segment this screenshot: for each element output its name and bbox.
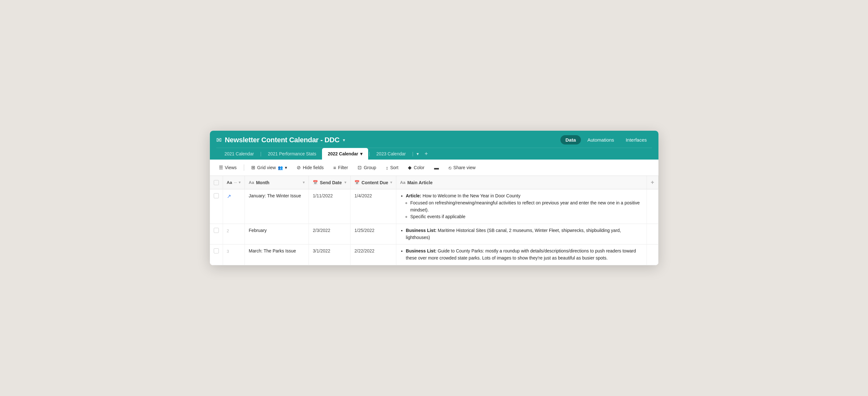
th-meta-chevron-icon[interactable]: ▾ [239, 180, 241, 185]
table-wrapper: Aa ··· ▾ Aa Month ▾ [210, 176, 658, 265]
sort-button[interactable]: ↕ Sort [382, 163, 402, 172]
tab-2021-calendar[interactable]: 2021 Calendar [219, 148, 260, 159]
group-button[interactable]: ⊡ Group [354, 163, 380, 172]
header-nav: Data Automations Interfaces [560, 135, 652, 145]
toolbar-separator-1 [244, 164, 244, 171]
row-1-expand-icon[interactable]: ↗ [227, 192, 231, 200]
grid-view-people-icon: 👥 [278, 165, 283, 170]
row-3-article-text: Guide to County Parks: mostly a roundup … [406, 248, 636, 261]
th-main-article: Aa Main Article [396, 176, 647, 189]
tab-separator-2: | [368, 151, 371, 156]
th-add-col[interactable]: + [647, 176, 658, 189]
row-2-send-date-cell[interactable]: 2/3/2022 [309, 224, 350, 244]
row-2-checkbox-cell [210, 224, 223, 244]
row-1-checkbox-cell [210, 189, 223, 224]
row-3-checkbox[interactable] [214, 248, 219, 253]
row-2-article-bold: Business List: [406, 228, 437, 233]
table-header-row: Aa ··· ▾ Aa Month ▾ [210, 176, 658, 189]
table-row: ↗ January: The Winter Issue 1/11/2022 1/… [210, 189, 658, 224]
share-view-button[interactable]: ⎋ Share view [445, 163, 479, 172]
data-table: Aa ··· ▾ Aa Month ▾ [210, 176, 658, 265]
color-button[interactable]: ◆ Color [404, 163, 428, 172]
content-due-col-icon: 📅 [354, 180, 360, 185]
row-2-article-content: Business List: Maritime Historical Sites… [400, 227, 643, 241]
tab-2023-calendar[interactable]: 2023 Calendar [371, 148, 412, 159]
select-all-checkbox[interactable] [214, 180, 219, 185]
table-row: 2 February 2/3/2022 1/25/2022 Business L… [210, 224, 658, 244]
tab-2022-calendar[interactable]: 2022 Calendar ▾ [322, 148, 368, 159]
header: ✉ Newsletter Content Calendar - DDC ▾ Da… [210, 131, 658, 159]
row-2-num-cell: 2 [223, 224, 245, 244]
title-chevron-icon[interactable]: ▾ [343, 138, 345, 143]
th-send-date: 📅 Send Date ▾ [309, 176, 350, 189]
th-meta-icon: Aa [227, 180, 232, 185]
app-window: ✉ Newsletter Content Calendar - DDC ▾ Da… [210, 131, 658, 265]
row-3-article-content: Business List: Guide to County Parks: mo… [400, 248, 643, 262]
row-3-num-cell: 3 [223, 244, 245, 265]
tab-separator-1: | [259, 151, 262, 156]
row-2-article-text: Maritime Historical Sites (SB canal, 2 m… [406, 228, 621, 240]
tab-add-button[interactable]: + [421, 149, 431, 159]
row-3-send-date-cell[interactable]: 3/1/2022 [309, 244, 350, 265]
app-title: Newsletter Content Calendar - DDC [225, 136, 340, 144]
send-date-sort-icon[interactable]: ▾ [344, 180, 346, 185]
density-button[interactable]: ▬ [430, 163, 443, 172]
tab-more-icon[interactable]: ▾ [414, 149, 421, 158]
send-date-col-icon: 📅 [313, 180, 318, 185]
row-3-extra-cell [647, 244, 658, 265]
table-row: 3 March: The Parks Issue 3/1/2022 2/22/2… [210, 244, 658, 265]
row-1-main-article-cell[interactable]: Article: How to Welcome In the New Year … [396, 189, 647, 224]
tab-separator-3: | [411, 151, 414, 156]
row-1-article-bold: Article: [406, 193, 421, 198]
views-icon: ☰ [219, 165, 223, 171]
nav-automations-button[interactable]: Automations [582, 135, 619, 145]
row-3-main-article-cell[interactable]: Business List: Guide to County Parks: mo… [396, 244, 647, 265]
row-3-month-cell[interactable]: March: The Parks Issue [245, 244, 309, 265]
row-2-content-due-cell[interactable]: 1/25/2022 [350, 224, 396, 244]
tab-chevron-icon: ▾ [360, 151, 362, 156]
row-1-content-due-cell[interactable]: 1/4/2022 [350, 189, 396, 224]
app-title-group: ✉ Newsletter Content Calendar - DDC ▾ [216, 136, 345, 144]
row-2-month-cell[interactable]: February [245, 224, 309, 244]
grid-view-button[interactable]: ⊞ Grid view 👥 ▾ [247, 163, 291, 172]
month-sort-icon[interactable]: ▾ [303, 180, 305, 185]
filter-icon: ≡ [333, 165, 336, 171]
grid-view-chevron-icon[interactable]: ▾ [285, 165, 287, 170]
color-icon: ◆ [408, 165, 412, 171]
row-2-extra-cell [647, 224, 658, 244]
th-checkbox [210, 176, 223, 189]
row-1-article-text: How to Welcome In the New Year in Door C… [421, 193, 520, 198]
row-3-article-bold: Business List: [406, 248, 437, 253]
row-1-sub-item-1: Focused on refreshing/renewing/meaningfu… [410, 200, 643, 213]
row-3-checkbox-cell [210, 244, 223, 265]
th-content-due: 📅 Content Due ▾ [350, 176, 396, 189]
row-2-checkbox[interactable] [214, 228, 219, 233]
row-1-month-cell[interactable]: January: The Winter Issue [245, 189, 309, 224]
nav-interfaces-button[interactable]: Interfaces [621, 135, 652, 145]
row-3-content-due-cell[interactable]: 2/22/2022 [350, 244, 396, 265]
row-1-send-date-cell[interactable]: 1/11/2022 [309, 189, 350, 224]
row-1-expand-cell: ↗ [223, 189, 245, 224]
row-1-extra-cell [647, 189, 658, 224]
nav-data-button[interactable]: Data [560, 135, 581, 145]
row-1-checkbox[interactable] [214, 193, 219, 198]
toolbar: ☰ Views ⊞ Grid view 👥 ▾ ⊘ Hide fields ≡ … [210, 159, 658, 176]
share-icon: ⎋ [448, 165, 452, 171]
filter-button[interactable]: ≡ Filter [330, 163, 352, 172]
group-icon: ⊡ [358, 165, 362, 171]
main-article-col-icon: Aa [400, 180, 406, 185]
views-button[interactable]: ☰ Views [215, 163, 241, 172]
density-icon: ▬ [434, 165, 439, 171]
sort-icon: ↕ [386, 165, 388, 171]
th-month: Aa Month ▾ [245, 176, 309, 189]
grid-icon: ⊞ [251, 165, 255, 171]
hide-fields-button[interactable]: ⊘ Hide fields [293, 163, 328, 172]
row-2-main-article-cell[interactable]: Business List: Maritime Historical Sites… [396, 224, 647, 244]
tab-2021-performance-stats[interactable]: 2021 Performance Stats [262, 148, 322, 159]
row-1-sub-item-2: Specific events if applicable [410, 213, 643, 220]
row-1-article-content: Article: How to Welcome In the New Year … [400, 192, 643, 220]
hide-fields-icon: ⊘ [297, 165, 301, 171]
th-meta-more-icon[interactable]: ··· [234, 181, 237, 185]
content-due-sort-icon[interactable]: ▾ [390, 180, 392, 185]
mail-icon: ✉ [216, 136, 222, 144]
